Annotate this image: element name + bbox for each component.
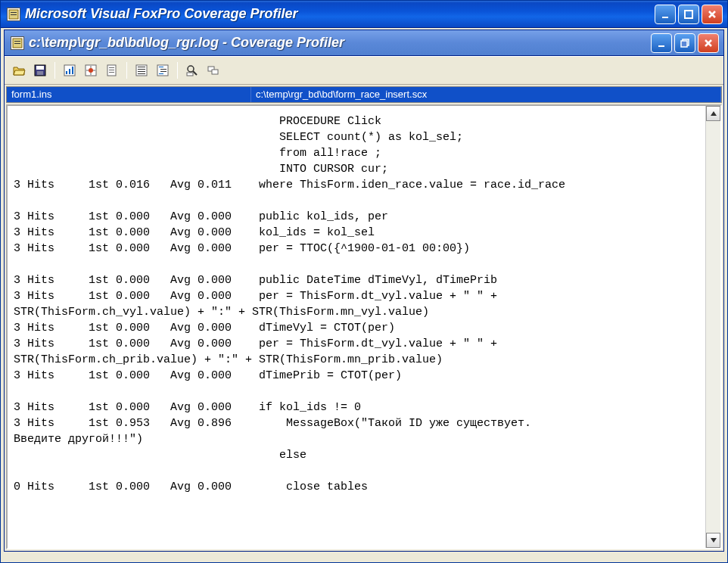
save-button[interactable] [30, 61, 50, 80]
svg-point-34 [188, 66, 194, 72]
zoom-button[interactable] [204, 61, 223, 80]
outer-title: Microsoft Visual FoxPro Coverage Profile… [25, 6, 655, 22]
scroll-down-button[interactable] [706, 533, 720, 548]
code-mode-button[interactable] [153, 61, 173, 80]
svg-rect-30 [159, 67, 163, 67]
find-button[interactable] [182, 61, 202, 80]
svg-rect-25 [138, 67, 145, 67]
document-icon [11, 36, 24, 50]
svg-rect-26 [138, 69, 145, 70]
svg-rect-1 [11, 12, 17, 13]
svg-rect-23 [109, 72, 114, 73]
svg-rect-17 [72, 67, 73, 74]
header-file-path[interactable]: c:\temp\rgr_bd\bd\form_race_insert.scx [251, 87, 721, 102]
outer-titlebar[interactable]: Microsoft Visual FoxPro Coverage Profile… [1, 1, 727, 28]
header-bar: form1.ins c:\temp\rgr_bd\bd\form_race_in… [6, 86, 722, 103]
outer-close-button[interactable] [702, 5, 723, 24]
toolbar-separator [54, 62, 55, 79]
svg-rect-33 [159, 73, 163, 74]
outer-maximize-button[interactable] [678, 5, 699, 24]
svg-point-19 [89, 68, 93, 73]
inner-restore-button[interactable] [674, 33, 695, 53]
svg-rect-31 [160, 69, 166, 70]
list-mode-button[interactable] [132, 61, 151, 80]
svg-rect-35 [187, 73, 193, 76]
report-button[interactable] [102, 61, 122, 80]
svg-rect-21 [109, 67, 114, 68]
inner-title: c:\temp\rgr_bd\bd\log_rgr.log - Coverage… [29, 35, 651, 51]
scroll-track[interactable] [706, 121, 720, 533]
svg-rect-37 [212, 70, 218, 74]
toolbar-separator [177, 62, 178, 79]
options-button[interactable] [81, 61, 101, 80]
svg-rect-12 [36, 66, 44, 70]
toolbar-separator [126, 62, 127, 79]
svg-rect-6 [14, 41, 20, 42]
inner-close-button[interactable] [698, 33, 719, 53]
svg-rect-16 [69, 69, 70, 74]
app-icon [7, 8, 20, 21]
svg-rect-22 [109, 70, 114, 70]
svg-rect-7 [14, 43, 20, 44]
code-listing[interactable]: PROCEDURE Click SELECT count(*) as kol_s… [8, 106, 705, 548]
inner-titlebar[interactable]: c:\temp\rgr_bd\bd\log_rgr.log - Coverage… [5, 30, 723, 56]
stats-button[interactable] [60, 61, 79, 80]
toolbar [5, 56, 723, 85]
svg-rect-28 [138, 73, 145, 74]
svg-rect-32 [160, 71, 166, 72]
inner-minimize-button[interactable] [651, 33, 672, 53]
svg-rect-13 [37, 71, 43, 75]
svg-rect-3 [662, 17, 668, 18]
header-object-name[interactable]: form1.ins [7, 87, 251, 102]
svg-rect-4 [685, 11, 692, 18]
svg-rect-10 [681, 41, 687, 47]
svg-rect-8 [658, 45, 664, 47]
svg-rect-15 [66, 71, 67, 74]
svg-rect-27 [138, 71, 145, 72]
content-area: PROCEDURE Click SELECT count(*) as kol_s… [6, 104, 722, 549]
svg-rect-2 [11, 14, 17, 15]
vertical-scrollbar[interactable] [705, 106, 720, 548]
document-window: c:\temp\rgr_bd\bd\log_rgr.log - Coverage… [4, 30, 724, 552]
app-window: Microsoft Visual FoxPro Coverage Profile… [0, 0, 728, 563]
open-button[interactable] [9, 61, 29, 80]
outer-minimize-button[interactable] [655, 5, 676, 24]
scroll-up-button[interactable] [706, 106, 720, 121]
